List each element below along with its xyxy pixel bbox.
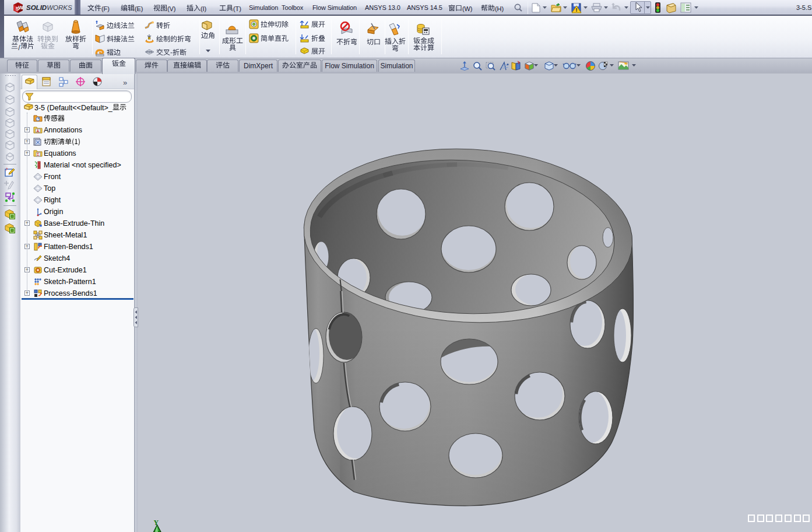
- svg-text:!: !: [576, 7, 578, 13]
- svg-text:Σ: Σ: [37, 152, 39, 156]
- svg-text:A: A: [37, 129, 40, 133]
- svg-text:Y: Y: [154, 519, 159, 527]
- svg-text:W: W: [19, 5, 24, 10]
